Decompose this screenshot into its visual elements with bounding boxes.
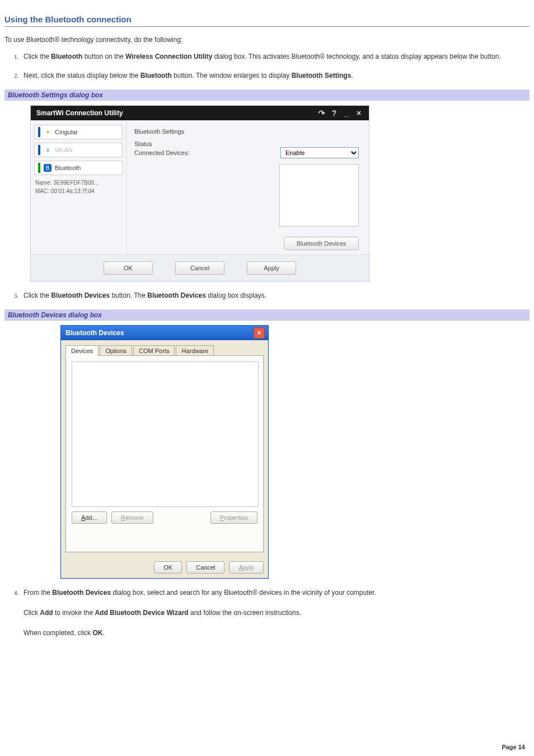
smartwi-dialog: SmartWi Connection Utility ↷ ? _ × ✶ Cin… — [30, 105, 369, 281]
tab-hardware[interactable]: Hardware — [176, 345, 214, 356]
remove-button: Remove — [111, 511, 153, 524]
pin-icon[interactable]: ↷ — [317, 109, 326, 118]
smartwi-footer: OK Cancel Apply — [31, 255, 369, 281]
devices-list[interactable] — [72, 361, 259, 507]
page-title: Using the Bluetooth connection — [4, 15, 530, 24]
panel-title: Bluetooth Settings — [134, 128, 361, 135]
connected-devices-list[interactable] — [279, 164, 359, 227]
steps-list: Click the Bluetooth button on the Wirele… — [20, 51, 530, 81]
cancel-button[interactable]: Cancel — [186, 561, 224, 574]
apply-button[interactable]: Apply — [247, 261, 296, 275]
btd-titlebar: Bluetooth Devices × — [61, 326, 268, 340]
btd-footer: OK Cancel Apply — [61, 557, 268, 578]
properties-button: Properties — [210, 511, 257, 524]
caption-smartwi: Bluetooth Settings dialog box — [4, 90, 530, 101]
heading-divider — [4, 26, 530, 27]
bluetooth-info: Name: 3E99EFDF7B08... MAC: 00:01:4a:13:7… — [34, 179, 123, 195]
smartwi-sidebar: ✶ Cingular ⋔ WLAN B Bluetooth Name: 3E99… — [31, 120, 127, 255]
sidebar-item-wlan[interactable]: ⋔ WLAN — [34, 143, 123, 157]
ok-button[interactable]: OK — [154, 561, 182, 574]
tabstrip: Devices Options COM Ports Hardware — [65, 345, 264, 356]
status-label: Status — [134, 140, 361, 147]
btd-title-text: Bluetooth Devices — [65, 329, 124, 337]
step-3: Click the Bluetooth Devices button. The … — [20, 290, 530, 300]
help-icon[interactable]: ? — [330, 109, 339, 118]
step-4: From the Bluetooth Devices dialog box, s… — [20, 588, 530, 638]
sidebar-item-cingular[interactable]: ✶ Cingular — [34, 125, 123, 139]
bluetooth-devices-dialog: Bluetooth Devices × Devices Options COM … — [60, 325, 269, 579]
step-1: Click the Bluetooth button on the Wirele… — [20, 51, 530, 62]
caption-btd: Bluetooth Devices dialog box — [4, 309, 530, 321]
wlan-icon: ⋔ — [44, 146, 51, 154]
smartwi-titlebar: SmartWi Connection Utility ↷ ? _ × — [31, 106, 369, 120]
smartwi-title-text: SmartWi Connection Utility — [36, 109, 123, 117]
smartwi-panel: Bluetooth Settings Status Connected Devi… — [127, 120, 369, 255]
ok-button[interactable]: OK — [104, 261, 153, 275]
step-2: Next, click the status display below the… — [20, 71, 530, 81]
sidebar-item-bluetooth[interactable]: B Bluetooth — [34, 161, 123, 175]
tab-options[interactable]: Options — [100, 345, 132, 356]
add-button[interactable]: Add... — [72, 511, 107, 524]
cancel-button[interactable]: Cancel — [175, 261, 224, 275]
cingular-icon: ✶ — [44, 128, 51, 136]
steps-list-cont2: From the Bluetooth Devices dialog box, s… — [20, 588, 530, 638]
bluetooth-devices-button[interactable]: Bluetooth Devices — [284, 237, 359, 250]
tab-panel: Add... Remove Properties — [65, 355, 264, 552]
intro-text: To use Bluetooth® technology connectivit… — [4, 35, 530, 45]
bluetooth-icon: B — [44, 164, 51, 172]
steps-list-cont: Click the Bluetooth Devices button. The … — [20, 290, 530, 300]
close-icon[interactable]: × — [354, 109, 363, 118]
tab-com-ports[interactable]: COM Ports — [133, 345, 175, 356]
close-icon[interactable]: × — [254, 327, 265, 339]
minimize-icon[interactable]: _ — [342, 109, 351, 118]
enable-select[interactable]: Enable — [280, 147, 359, 158]
tab-devices[interactable]: Devices — [65, 345, 99, 356]
apply-button: Apply — [229, 561, 264, 574]
